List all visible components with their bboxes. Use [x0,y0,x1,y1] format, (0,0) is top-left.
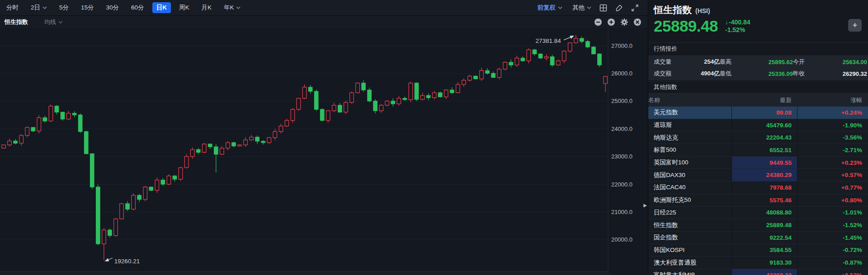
chart-area: 分时2日5分15分30分60分日K周K月K年K 前复权 其他 [0,0,648,275]
index-last-cell: 45479.60 [731,119,797,131]
index-row-韩国KOSPI[interactable]: 韩国KOSPI3584.55-0.72% [648,244,868,257]
index-last-cell: 9449.55 [731,157,797,169]
ma-dropdown[interactable]: 均线 [44,18,63,26]
quote-label: 昨收 [793,70,814,78]
index-change-cell: -1.45% [797,232,868,244]
index-row-道琼斯[interactable]: 道琼斯45479.60-1.90% [648,119,868,132]
layout-grid-icon[interactable] [599,4,607,12]
quote-value: 25634.00 [814,59,867,65]
quote-section-header: 行情报价 [648,42,868,55]
settings-icon[interactable] [620,18,628,26]
panel-header: 恒生指数 (HSI) 25889.48 ↓-400.84 -1.52% + [648,0,868,42]
table-body: 美元指数99.08+0.24%道琼斯45479.60-1.90%纳斯达克2220… [648,107,868,275]
chart-tools [594,18,642,26]
svg-text:25000.0: 25000.0 [611,98,632,104]
index-last-cell: 3584.55 [731,244,797,256]
index-change-cell: +0.57% [797,169,868,181]
index-name-cell: 道琼斯 [648,121,731,129]
trading-app: 分时2日5分15分30分60分日K周K月K年K 前复权 其他 [0,0,868,275]
period-tab-30分[interactable]: 30分 [106,4,119,12]
chevron-down-icon [558,6,562,9]
index-change-cell: +0.23% [797,157,868,169]
svg-text:24000.0: 24000.0 [611,126,632,132]
other-dropdown[interactable]: 其他 [572,4,591,12]
quote-value: 254亿 [680,58,720,66]
quote-label: 成交量 [654,58,680,66]
index-change-cell: +0.77% [797,182,868,194]
index-last-cell: 9183.30 [731,256,797,269]
adjust-mode-label: 前复权 [538,4,556,12]
index-row-德国DAX30[interactable]: 德国DAX3024380.29+0.57% [648,169,868,182]
zoom-in-icon[interactable] [607,18,615,26]
quote-value: 25336.09 [741,70,793,77]
candlestick-chart[interactable]: 27000.026000.025000.024000.023000.022000… [0,28,648,275]
index-change-cell: +0.24% [797,107,868,119]
svg-text:19260.21: 19260.21 [114,258,140,265]
period-tab-周K[interactable]: 周K [179,4,189,12]
index-row-法国CAC40[interactable]: 法国CAC407978.68+0.77% [648,182,868,194]
index-name-cell: 纳斯达克 [648,134,731,142]
candlestick-plot[interactable]: 27000.026000.025000.024000.023000.022000… [0,28,648,275]
index-change-cell: -1.52% [797,219,868,231]
index-name-cell: 欧洲斯托克50 [648,196,731,204]
chevron-down-icon [587,6,591,9]
index-last-cell: 24380.29 [731,169,797,181]
quote-value: 4904亿 [680,70,720,78]
last-price: 25889.48 [654,17,718,35]
fullscreen-icon[interactable] [631,4,639,12]
index-change-cell: -1.01% [797,207,868,219]
index-change-cell: +0.80% [797,194,868,206]
index-row-美元指数[interactable]: 美元指数99.08+0.24% [648,107,868,119]
index-row-英国富时100[interactable]: 英国富时1009449.55+0.23% [648,157,868,169]
brush-icon[interactable] [615,4,623,12]
close-icon[interactable] [633,18,642,26]
index-change-cell: -2.71% [797,144,868,156]
index-name-cell: 澳大利亚普通股 [648,259,731,267]
col-change-header: 涨幅 [797,96,868,104]
quote-grid: 成交量254亿最高25895.62今开25634.00 成交额4904亿最低25… [648,55,868,81]
period-tab-年K[interactable]: 年K [224,4,241,12]
down-arrow-icon: ↓ [725,19,728,26]
index-row-富时意大利MIB[interactable]: 富时意大利MIB42268.33+0.53% [648,269,868,275]
period-tab-分时[interactable]: 分时 [6,4,19,12]
index-name-cell: 富时意大利MIB [648,271,731,275]
period-tab-5分[interactable]: 5分 [59,4,69,12]
period-tab-月K[interactable]: 月K [201,4,212,12]
index-row-日经225[interactable]: 日经22548088.80-1.01% [648,207,868,219]
index-last-cell: 9222.54 [731,232,797,244]
index-row-澳大利亚普通股[interactable]: 澳大利亚普通股9183.30-0.87% [648,256,868,269]
period-tab-15分[interactable]: 15分 [81,4,94,12]
svg-text:26000.0: 26000.0 [611,70,632,77]
index-name: 恒生指数 [654,4,692,16]
col-last-header: 最新 [731,96,797,104]
index-row-标普500[interactable]: 标普5006552.51-2.71% [648,144,868,157]
svg-text:22000.0: 22000.0 [611,181,632,188]
chevron-down-icon [58,21,63,23]
period-tab-日K[interactable]: 日K [152,2,171,13]
index-last-cell: 22204.43 [731,131,797,144]
change-block: ↓-400.84 -1.52% [725,19,750,34]
zoom-out-icon[interactable] [594,18,602,26]
index-row-纳斯达克[interactable]: 纳斯达克22204.43-3.56% [648,131,868,144]
index-name-cell: 美元指数 [648,108,731,117]
period-toolbar: 分时2日5分15分30分60分日K周K月K年K 前复权 其他 [0,0,648,16]
svg-text:21000.0: 21000.0 [611,209,632,215]
chevron-down-icon [42,6,47,9]
index-change-cell: -0.72% [797,244,868,256]
index-last-cell: 99.08 [731,107,797,119]
index-row-国企指数[interactable]: 国企指数9222.54-1.45% [648,232,868,244]
index-symbol: (HSI) [695,7,710,14]
period-tab-60分[interactable]: 60分 [131,4,144,12]
index-name-cell: 韩国KOSPI [648,246,731,254]
index-change-cell: -1.90% [797,119,868,131]
adjust-mode-dropdown[interactable]: 前复权 [538,4,563,12]
add-to-watchlist-button[interactable]: + [848,19,862,32]
index-row-恒生指数[interactable]: 恒生指数25889.48-1.52% [648,219,868,232]
quote-label: 今开 [793,58,814,66]
index-row-欧洲斯托克50[interactable]: 欧洲斯托克505575.46+0.80% [648,194,868,207]
indices-section-header: 其他指数 [648,81,868,93]
index-name-cell: 标普500 [648,146,731,154]
period-tab-2日[interactable]: 2日 [31,4,47,12]
quote-row: 成交量254亿最高25895.62今开25634.00 [654,56,863,68]
collapse-panel-arrow-icon[interactable]: ▶ [643,203,647,208]
